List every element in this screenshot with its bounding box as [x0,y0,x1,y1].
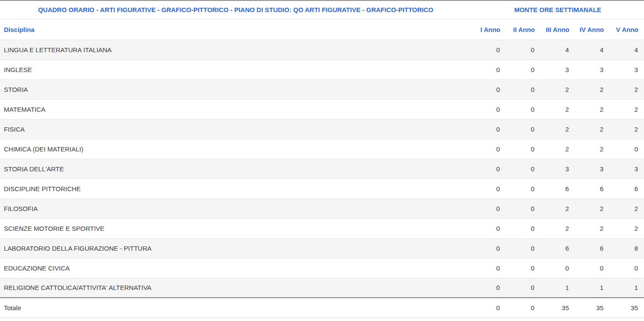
hours-value-anno-3: 0 [540,258,575,278]
discipline-name: STORIA [0,79,471,99]
column-header-disciplina: Disciplina [0,19,471,40]
discipline-name: LABORATORIO DELLA FIGURAZIONE - PITTURA [0,238,471,258]
hours-value-anno-5: 6 [609,179,644,198]
hours-value-anno-2: 0 [506,238,540,258]
table-body: LINGUA E LETTERATURA ITALIANA 0 0 4 4 4 … [0,40,644,298]
hours-value-anno-3: 6 [540,179,575,198]
hours-value-anno-1: 0 [471,278,506,298]
table-row: CHIMICA (DEI MATERIALI) 0 0 2 2 0 [0,139,644,159]
total-value-anno-1: 0 [471,298,506,318]
table-row: MATEMATICA 0 0 2 2 2 [0,99,644,119]
hours-value-anno-4: 4 [575,40,609,60]
hours-value-anno-1: 0 [471,238,506,258]
hours-value-anno-5: 1 [609,278,644,298]
hours-value-anno-2: 0 [506,60,540,79]
hours-value-anno-1: 0 [471,198,506,218]
hours-value-anno-4: 3 [575,60,609,79]
total-value-anno-4: 35 [575,298,609,318]
hours-value-anno-1: 0 [471,79,506,99]
hours-value-anno-1: 0 [471,139,506,159]
table-row: FILOSOFIA 0 0 2 2 2 [0,198,644,218]
hours-value-anno-1: 0 [471,119,506,139]
total-label: Totale [0,298,471,318]
hours-value-anno-2: 0 [506,198,540,218]
hours-value-anno-3: 3 [540,60,575,79]
hours-value-anno-1: 0 [471,179,506,198]
discipline-name: LINGUA E LETTERATURA ITALIANA [0,40,471,60]
column-header-anno-1: I Anno [471,19,506,40]
hours-value-anno-1: 0 [471,258,506,278]
hours-value-anno-2: 0 [506,258,540,278]
hours-value-anno-5: 8 [609,238,644,258]
hours-value-anno-3: 2 [540,139,575,159]
hours-value-anno-2: 0 [506,139,540,159]
hours-value-anno-3: 2 [540,119,575,139]
hours-value-anno-3: 3 [540,159,575,179]
column-header-anno-2: II Anno [506,19,540,40]
hours-value-anno-1: 0 [471,60,506,79]
discipline-name: FILOSOFIA [0,198,471,218]
discipline-name: EDUCAZIONE CIVICA [0,258,471,278]
monte-ore-settimanale-header: MONTE ORE SETTIMANALE [471,0,644,19]
discipline-name: STORIA DELL'ARTE [0,159,471,179]
quadro-orario-table: QUADRO ORARIO - ARTI FIGURATIVE - GRAFIC… [0,0,644,318]
total-row: Totale 0 0 35 35 35 [0,298,644,318]
hours-value-anno-3: 2 [540,218,575,238]
hours-value-anno-2: 0 [506,218,540,238]
total-value-anno-3: 35 [540,298,575,318]
hours-value-anno-4: 1 [575,278,609,298]
column-header-anno-3: III Anno [540,19,575,40]
hours-value-anno-2: 0 [506,40,540,60]
hours-value-anno-5: 0 [609,258,644,278]
hours-value-anno-3: 4 [540,40,575,60]
discipline-name: INGLESE [0,60,471,79]
hours-value-anno-3: 2 [540,99,575,119]
hours-value-anno-1: 0 [471,40,506,60]
hours-value-anno-2: 0 [506,179,540,198]
hours-value-anno-3: 2 [540,198,575,218]
table-row: EDUCAZIONE CIVICA 0 0 0 0 0 [0,258,644,278]
table-row: STORIA DELL'ARTE 0 0 3 3 3 [0,159,644,179]
hours-value-anno-4: 2 [575,139,609,159]
hours-value-anno-5: 3 [609,159,644,179]
hours-value-anno-5: 4 [609,40,644,60]
hours-value-anno-4: 2 [575,79,609,99]
hours-value-anno-4: 3 [575,159,609,179]
table-row: RELIGIONE CATTOLICA/ATTIVITA' ALTERNATIV… [0,278,644,298]
table-row: FISICA 0 0 2 2 2 [0,119,644,139]
discipline-name: DISCIPLINE PITTORICHE [0,179,471,198]
hours-value-anno-5: 2 [609,198,644,218]
hours-value-anno-1: 0 [471,159,506,179]
hours-value-anno-4: 2 [575,218,609,238]
discipline-name: CHIMICA (DEI MATERIALI) [0,139,471,159]
hours-value-anno-3: 2 [540,79,575,99]
hours-value-anno-3: 6 [540,238,575,258]
hours-value-anno-5: 2 [609,218,644,238]
hours-value-anno-2: 0 [506,278,540,298]
discipline-name: SCIENZE MOTORIE E SPORTIVE [0,218,471,238]
discipline-name: RELIGIONE CATTOLICA/ATTIVITA' ALTERNATIV… [0,278,471,298]
hours-value-anno-4: 6 [575,179,609,198]
hours-value-anno-4: 2 [575,119,609,139]
hours-value-anno-1: 0 [471,99,506,119]
hours-value-anno-2: 0 [506,99,540,119]
hours-value-anno-4: 2 [575,99,609,119]
hours-value-anno-5: 3 [609,60,644,79]
hours-value-anno-4: 0 [575,258,609,278]
table-row: SCIENZE MOTORIE E SPORTIVE 0 0 2 2 2 [0,218,644,238]
column-header-anno-5: V Anno [609,19,644,40]
hours-value-anno-2: 0 [506,119,540,139]
hours-value-anno-5: 2 [609,79,644,99]
hours-value-anno-5: 2 [609,119,644,139]
total-value-anno-5: 35 [609,298,644,318]
table-row: LABORATORIO DELLA FIGURAZIONE - PITTURA … [0,238,644,258]
table-row: INGLESE 0 0 3 3 3 [0,60,644,79]
hours-value-anno-3: 1 [540,278,575,298]
table-title-row: QUADRO ORARIO - ARTI FIGURATIVE - GRAFIC… [0,0,644,19]
hours-value-anno-2: 0 [506,79,540,99]
hours-value-anno-5: 0 [609,139,644,159]
column-header-anno-4: IV Anno [575,19,609,40]
hours-value-anno-4: 6 [575,238,609,258]
discipline-name: MATEMATICA [0,99,471,119]
hours-value-anno-4: 2 [575,198,609,218]
